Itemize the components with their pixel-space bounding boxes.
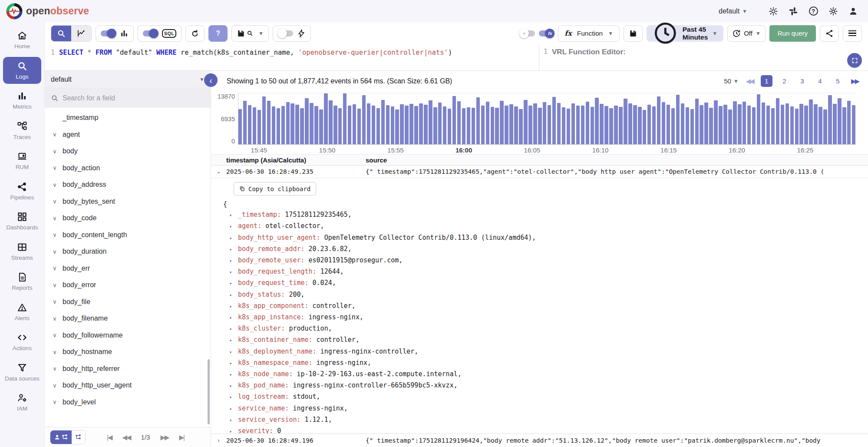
chevron-down-icon[interactable]: ▾: [229, 245, 238, 255]
chevron-down-icon[interactable]: ▾: [229, 256, 238, 266]
user-profile-icon[interactable]: [848, 6, 858, 17]
transform-toggle[interactable]: ≡: [520, 30, 535, 36]
field-item-body_err[interactable]: ∨body_err: [45, 260, 211, 277]
field-item-body_code[interactable]: ∨body_code: [45, 210, 211, 227]
field-item-body_error[interactable]: ∨body_error: [45, 277, 211, 294]
prev-pages-icon[interactable]: ◀◀: [746, 77, 753, 85]
page-button-2[interactable]: 2: [779, 75, 790, 87]
json-entry-k8s_container_name[interactable]: ▾k8s_container_name:controller,: [223, 334, 868, 346]
json-entry-k8s_pod_name[interactable]: ▾k8s_pod_name:ingress-nginx-controller-6…: [223, 380, 868, 391]
collapse-fields-button[interactable]: ‹: [204, 73, 218, 87]
field-item-body_http_referrer[interactable]: ∨body_http_referrer: [45, 361, 211, 377]
chevron-down-icon[interactable]: ∨: [50, 198, 59, 205]
chevron-down-icon[interactable]: ▾: [229, 427, 238, 434]
field-item-body_hostname[interactable]: ∨body_hostname: [45, 344, 211, 361]
theme-toggle-icon[interactable]: [768, 6, 779, 17]
page-button-5[interactable]: 5: [832, 75, 844, 87]
chevron-down-icon[interactable]: ∨: [50, 349, 59, 355]
fullscreen-button[interactable]: [847, 53, 862, 68]
json-entry-body_request_length[interactable]: ▾body_request_length:12644,: [223, 266, 868, 278]
settings-gear-icon[interactable]: [828, 6, 838, 17]
json-entry-body_request_time[interactable]: ▾body_request_time:0.024,: [223, 278, 868, 289]
copy-to-clipboard-button[interactable]: Copy to clipboard: [234, 182, 316, 195]
histogram-plot[interactable]: [238, 93, 856, 145]
field-item-body[interactable]: ∨body: [45, 143, 211, 160]
sidebar-item-metrics[interactable]: Metrics: [3, 87, 41, 114]
org-selector[interactable]: default ▼: [719, 7, 747, 15]
sql-mode-toggle[interactable]: [143, 30, 158, 36]
chevron-down-icon[interactable]: ∨: [50, 182, 59, 188]
chevron-down-icon[interactable]: ∨: [50, 248, 59, 255]
chevron-down-icon[interactable]: ▾: [229, 347, 238, 358]
saved-views-dropdown[interactable]: ▼: [258, 30, 264, 36]
page-size-select[interactable]: 50 ▼: [724, 77, 739, 85]
field-item-body_file[interactable]: ∨body_file: [45, 294, 211, 311]
field-item-agent[interactable]: ∨agent: [45, 126, 211, 143]
field-view-schema-button[interactable]: [72, 430, 85, 444]
chevron-down-icon[interactable]: ▾: [229, 370, 238, 380]
save-view-button[interactable]: [237, 29, 253, 38]
field-item-body_duration[interactable]: ∨body_duration: [45, 243, 211, 260]
field-list-scrollbar[interactable]: [208, 359, 210, 424]
visualize-tab[interactable]: [71, 26, 91, 41]
json-entry-agent[interactable]: ▾agent:otel-collector,: [223, 221, 868, 232]
json-entry-log_iostream[interactable]: ▾log_iostream:stdout,: [223, 391, 868, 403]
chevron-down-icon[interactable]: ▾: [229, 415, 238, 426]
sidebar-item-rum[interactable]: RUM: [3, 147, 41, 175]
logs-search-tab[interactable]: [51, 26, 71, 41]
json-entry-body_status[interactable]: ▾body_status:200,: [223, 289, 868, 301]
sidebar-item-streams[interactable]: Streams: [3, 238, 41, 265]
chevron-down-icon[interactable]: ▾: [229, 313, 238, 323]
chevron-down-icon[interactable]: ▾: [229, 335, 238, 346]
first-page-icon[interactable]: |◀: [107, 434, 112, 441]
openobserve-logo[interactable]: openobserve: [6, 3, 89, 20]
json-entry-severity[interactable]: ▾severity:0: [223, 426, 868, 434]
field-item-body_http_user_agent[interactable]: ∨body_http_user_agent: [45, 377, 211, 394]
chevron-down-icon[interactable]: ▾: [229, 358, 238, 369]
vrl-function-editor[interactable]: 1 VRL Function Editor:: [539, 44, 868, 70]
next-page-icon[interactable]: ▶▶: [160, 434, 168, 441]
chevron-down-icon[interactable]: ∨: [50, 382, 59, 389]
stream-selector[interactable]: default ▼: [45, 71, 211, 88]
json-entry-body_remote_addr[interactable]: ▾body_remote_addr:20.23.6.82,: [223, 244, 868, 255]
field-item-body_address[interactable]: ∨body_address: [45, 176, 211, 193]
json-entry-body_http_user_agent[interactable]: ▾body_http_user_agent:OpenTelemetry Coll…: [223, 232, 868, 244]
field-item-body_action[interactable]: ∨body_action: [45, 160, 211, 177]
sidebar-item-iam[interactable]: IAM: [3, 389, 41, 416]
field-item-body_filename[interactable]: ∨body_filename: [45, 310, 211, 327]
chevron-down-icon[interactable]: ∨: [50, 265, 59, 272]
run-query-button[interactable]: Run query: [769, 25, 816, 42]
timestamp-column-header[interactable]: timestamp (Asia/Calcutta): [211, 156, 366, 164]
sidebar-item-data-sources[interactable]: Data sources: [3, 359, 41, 386]
sidebar-item-logs[interactable]: Logs: [3, 57, 41, 84]
help-icon[interactable]: ?: [808, 6, 818, 17]
slack-icon[interactable]: [788, 6, 799, 17]
quick-mode-toggle[interactable]: [278, 30, 293, 36]
share-button[interactable]: [820, 25, 839, 42]
time-range-picker[interactable]: Past 45 Minutes ▼: [647, 25, 723, 42]
field-view-user-button[interactable]: [50, 430, 72, 444]
chevron-down-icon[interactable]: ▾: [229, 381, 238, 391]
sidebar-item-traces[interactable]: Traces: [3, 117, 41, 145]
field-search-input[interactable]: [63, 94, 205, 102]
json-entry-_timestamp[interactable]: ▾_timestamp:1751281129235465,: [223, 209, 868, 221]
json-entry-k8s_app_instance[interactable]: ▾k8s_app_instance:ingress-nginx,: [223, 312, 868, 323]
sidebar-item-actions[interactable]: Actions: [3, 328, 41, 356]
log-row-expanded[interactable]: ⌄ 2025-06-30 16:28:49.235 {"_timestamp":…: [211, 166, 868, 178]
chevron-down-icon[interactable]: ∨: [50, 215, 59, 222]
json-entry-k8s_app_component[interactable]: ▾k8s_app_component:controller,: [223, 301, 868, 312]
reset-filters-button[interactable]: [185, 25, 205, 42]
json-entry-service_name[interactable]: ▾service_name:ingress-nginx,: [223, 403, 868, 414]
sidebar-item-home[interactable]: Home: [3, 26, 41, 54]
chevron-down-icon[interactable]: ∨: [50, 332, 59, 338]
field-item-body_level[interactable]: ∨body_level: [45, 394, 211, 411]
auto-refresh-picker[interactable]: Off ▼: [727, 25, 766, 42]
field-item-body_bytes_sent[interactable]: ∨body_bytes_sent: [45, 193, 211, 210]
json-entry-k8s_node_name[interactable]: ▾k8s_node_name:ip-10-2-29-163.us-east-2.…: [223, 369, 868, 380]
chevron-down-icon[interactable]: ▾: [229, 233, 238, 244]
chevron-down-icon[interactable]: ▾: [229, 290, 238, 301]
field-item-body_followername[interactable]: ∨body_followername: [45, 327, 211, 344]
chevron-down-icon[interactable]: ▾: [229, 404, 238, 414]
page-button-1[interactable]: 1: [761, 75, 772, 87]
last-page-icon[interactable]: ▶|: [179, 434, 184, 441]
